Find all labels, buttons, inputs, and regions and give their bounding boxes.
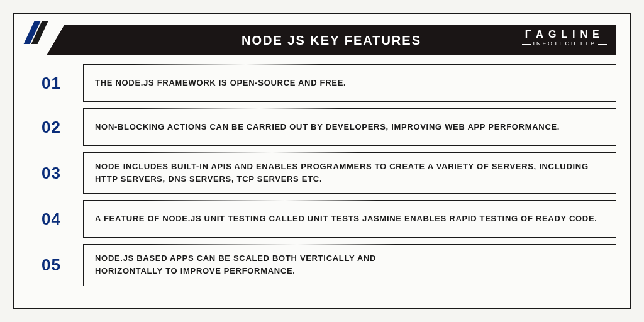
item-box: NODE.JS BASED APPS CAN BE SCALED BOTH VE… xyxy=(83,244,616,286)
list-item: 02 NON-BLOCKING ACTIONS CAN BE CARRIED O… xyxy=(36,108,616,146)
list-item: 03 NODE INCLUDES BUILT-IN APIS AND ENABL… xyxy=(36,152,616,194)
brand-logo: ΓAGLINE INFOTECH LLP xyxy=(520,29,609,47)
item-number: 01 xyxy=(36,64,83,102)
item-box: A FEATURE OF NODE.JS UNIT TESTING CALLED… xyxy=(83,200,616,238)
item-box: NODE INCLUDES BUILT-IN APIS AND ENABLES … xyxy=(83,152,616,194)
brand-name: ΓAGLINE xyxy=(520,29,609,40)
item-text: NODE.JS BASED APPS CAN BE SCALED BOTH VE… xyxy=(95,252,422,277)
page-title: NODE JS KEY FEATURES xyxy=(242,33,421,48)
infographic-frame: NODE JS KEY FEATURES ΓAGLINE INFOTECH LL… xyxy=(13,13,631,309)
item-number: 02 xyxy=(36,108,83,146)
item-text: NON-BLOCKING ACTIONS CAN BE CARRIED OUT … xyxy=(95,121,560,133)
feature-list: 01 THE NODE.JS FRAMEWORK IS OPEN-SOURCE … xyxy=(28,64,616,286)
item-text: NODE INCLUDES BUILT-IN APIS AND ENABLES … xyxy=(95,160,604,186)
accent-slashes-icon xyxy=(29,21,43,44)
list-item: 05 NODE.JS BASED APPS CAN BE SCALED BOTH… xyxy=(36,244,616,286)
brand-subtitle: INFOTECH LLP xyxy=(520,40,609,47)
item-box: NON-BLOCKING ACTIONS CAN BE CARRIED OUT … xyxy=(83,108,616,146)
list-item: 01 THE NODE.JS FRAMEWORK IS OPEN-SOURCE … xyxy=(36,64,616,102)
item-number: 03 xyxy=(36,152,83,194)
item-text: A FEATURE OF NODE.JS UNIT TESTING CALLED… xyxy=(95,213,597,225)
list-item: 04 A FEATURE OF NODE.JS UNIT TESTING CAL… xyxy=(36,200,616,238)
header-row: NODE JS KEY FEATURES ΓAGLINE INFOTECH LL… xyxy=(28,25,616,55)
item-number: 05 xyxy=(36,244,83,286)
item-text: THE NODE.JS FRAMEWORK IS OPEN-SOURCE AND… xyxy=(95,77,346,89)
item-box: THE NODE.JS FRAMEWORK IS OPEN-SOURCE AND… xyxy=(83,64,616,102)
title-bar: NODE JS KEY FEATURES ΓAGLINE INFOTECH LL… xyxy=(47,25,616,55)
item-number: 04 xyxy=(36,200,83,238)
